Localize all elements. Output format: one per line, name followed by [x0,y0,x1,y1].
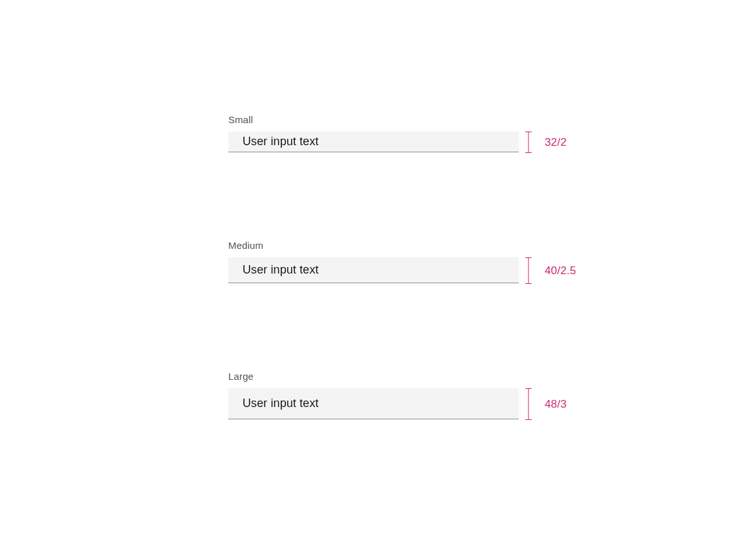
dimension-label: 32/2 [545,136,567,149]
field-row: User input text 32/2 [228,132,533,153]
dimension-bracket: 32/2 [525,132,533,153]
dimension-bracket: 48/3 [525,388,533,420]
field-row: User input text 48/3 [228,388,533,420]
dimension-label: 48/3 [545,398,567,411]
size-group-small: Small User input text 32/2 [228,114,533,153]
text-input-medium[interactable]: User input text [228,257,519,283]
input-value: User input text [243,397,318,410]
dimension-label: 40/2.5 [545,264,576,277]
input-value: User input text [243,263,318,277]
size-group-large: Large User input text 48/3 [228,371,533,420]
size-label: Small [228,114,533,125]
size-label: Medium [228,240,533,251]
text-input-small[interactable]: User input text [228,132,519,152]
text-input-large[interactable]: User input text [228,388,519,419]
field-row: User input text 40/2.5 [228,257,533,284]
dimension-bracket: 40/2.5 [525,257,533,284]
size-group-medium: Medium User input text 40/2.5 [228,240,533,284]
canvas: Small User input text 32/2 Medium User i… [0,0,747,560]
input-value: User input text [243,135,318,148]
size-label: Large [228,371,533,382]
